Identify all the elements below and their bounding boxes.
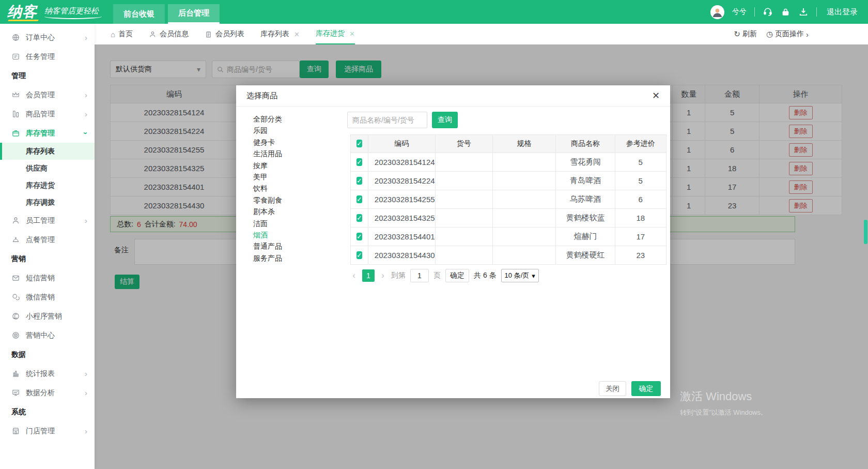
category-item[interactable]: 美甲: [253, 171, 282, 183]
pagination: ‹ 1 › 到第 页 确定 共 6 条 10 条/页 ▾: [350, 269, 539, 282]
refresh-icon: ↻: [734, 29, 740, 39]
nav-backend-admin[interactable]: 后台管理: [168, 4, 220, 24]
sidebar-item-ordering-mgmt[interactable]: 点餐管理: [0, 230, 95, 249]
tasks-icon: [11, 52, 21, 62]
page-tabbar: ⌂ 首页 会员信息 会员列表 库存列表 ✕ 库存进货 ✕ ↻ 刷新 ◷ 页面操作…: [95, 24, 868, 44]
tab-member-info[interactable]: 会员信息: [149, 24, 189, 44]
category-item[interactable]: 剧本杀: [253, 206, 282, 217]
close-tab-icon[interactable]: ✕: [294, 31, 300, 38]
row-checkbox[interactable]: ✓: [357, 233, 362, 240]
category-item[interactable]: 零食副食: [253, 194, 282, 206]
sidebar-item-statistics-report[interactable]: 统计报表 ›: [0, 364, 95, 383]
sidebar-item-data-analysis[interactable]: 数据分析 ›: [0, 383, 95, 402]
store-icon: [11, 427, 21, 436]
category-list: 全部分类 乐园 健身卡 生活用品 按摩 美甲 饮料 零食副食 剧本杀 洁面 烟酒…: [253, 113, 282, 264]
sidebar-item-sms-marketing[interactable]: 短信营销: [0, 268, 95, 288]
sidebar-section-data: 数据: [0, 345, 95, 364]
select-product-modal: 选择商品 ✕ 全部分类 乐园 健身卡 生活用品 按摩 美甲 饮料 零食副食 剧本…: [236, 85, 670, 398]
tab-home[interactable]: ⌂ 首页: [111, 24, 133, 44]
sidebar-item-task-mgmt[interactable]: 任务管理: [0, 47, 95, 66]
caret-down-icon: ▾: [532, 272, 535, 280]
sidebar-item-inventory-purchase[interactable]: 库存进货: [0, 177, 95, 194]
sidebar-section-system: 系统: [0, 402, 95, 421]
row-checkbox[interactable]: ✓: [357, 214, 362, 222]
chevron-right-icon: ›: [85, 369, 87, 378]
tab-member-list[interactable]: 会员列表: [205, 24, 244, 44]
close-tab-icon[interactable]: ✕: [349, 30, 355, 38]
modal-title: 选择商品: [246, 91, 277, 101]
category-item[interactable]: 全部分类: [253, 113, 282, 125]
sidebar-item-store-mgmt[interactable]: 门店管理 ›: [0, 421, 95, 441]
col-code: 编码: [368, 135, 435, 153]
category-item[interactable]: 普通产品: [253, 240, 282, 252]
page-ops-icon: ◷: [766, 29, 773, 39]
goto-page-input[interactable]: [410, 269, 429, 282]
user-avatar[interactable]: [710, 5, 724, 19]
refresh-button[interactable]: ↻ 刷新: [734, 29, 757, 39]
customer-service-icon[interactable]: [763, 7, 773, 17]
user-name[interactable]: 兮兮: [732, 7, 747, 17]
logout-button[interactable]: 退出登录: [827, 7, 858, 17]
chevron-right-icon: ›: [85, 388, 87, 397]
sidebar-item-inventory-list[interactable]: 库存列表: [0, 143, 95, 160]
row-checkbox[interactable]: ✓: [357, 251, 362, 259]
nav-front-cashier[interactable]: 前台收银: [113, 4, 165, 24]
sidebar-item-order-center[interactable]: 订单中心 ›: [0, 28, 95, 47]
goto-confirm-button[interactable]: 确定: [445, 269, 469, 282]
modal-ok-button[interactable]: 确定: [631, 381, 661, 396]
sidebar-item-inventory-mgmt[interactable]: 库存管理 ›: [0, 124, 95, 143]
select-all-checkbox[interactable]: ✓: [357, 140, 362, 147]
modal-query-button[interactable]: 查询: [432, 112, 458, 128]
tab-inventory-purchase[interactable]: 库存进货 ✕: [316, 24, 355, 44]
chevron-right-icon: ›: [85, 110, 87, 118]
chevron-right-icon: ›: [85, 33, 87, 42]
close-icon[interactable]: ✕: [652, 91, 660, 100]
sidebar-item-wechat-marketing[interactable]: 微信营销: [0, 288, 95, 307]
analysis-icon: [11, 388, 21, 398]
modal-search-input[interactable]: [352, 116, 422, 124]
vertical-scrollbar-thumb[interactable]: [864, 220, 867, 244]
miniprogram-icon: [11, 312, 21, 321]
row-checkbox[interactable]: ✓: [357, 177, 362, 185]
topbar: 纳客 纳客管店更轻松 前台收银 后台管理 兮兮 退出登录: [0, 0, 868, 24]
sidebar-item-staff-mgmt[interactable]: 员工管理 ›: [0, 211, 95, 230]
chevron-down-icon: ›: [82, 132, 90, 134]
next-page-icon[interactable]: ›: [379, 270, 386, 281]
modal-close-button[interactable]: 关闭: [599, 381, 626, 396]
row-checkbox[interactable]: ✓: [357, 158, 362, 166]
category-item[interactable]: 生活用品: [253, 148, 282, 159]
total-count-text: 共 6 条: [474, 271, 497, 280]
sidebar-item-marketing-center[interactable]: 营销中心: [0, 326, 95, 345]
category-item-active[interactable]: 烟酒: [253, 229, 282, 240]
mail-icon: [11, 274, 21, 283]
per-page-select[interactable]: 10 条/页 ▾: [501, 269, 539, 282]
row-checkbox[interactable]: ✓: [357, 195, 362, 203]
sidebar-item-inventory-transfer[interactable]: 库存调拨: [0, 194, 95, 211]
category-item[interactable]: 按摩: [253, 160, 282, 171]
table-header-row: ✓ 编码 货号 规格 商品名称 参考进价: [351, 135, 667, 153]
prev-page-icon[interactable]: ‹: [350, 270, 358, 281]
globe-icon: [11, 33, 21, 42]
modal-product-table: ✓ 编码 货号 规格 商品名称 参考进价 ✓ 20230328154124 雪花…: [350, 134, 667, 265]
category-item[interactable]: 健身卡: [253, 137, 282, 148]
chevron-right-icon: ›: [85, 90, 87, 99]
home-icon: ⌂: [111, 30, 115, 39]
category-item[interactable]: 饮料: [253, 183, 282, 194]
modal-search-box: [347, 112, 427, 128]
page-ops-button[interactable]: ◷ 页面操作 ›: [766, 29, 809, 39]
current-page-button[interactable]: 1: [362, 269, 375, 282]
lock-icon[interactable]: [781, 7, 791, 17]
category-item[interactable]: 乐园: [253, 125, 282, 136]
table-row: ✓ 20230328154124 雪花勇闯 5: [351, 153, 667, 172]
chevron-right-icon: ›: [806, 30, 809, 39]
category-item[interactable]: 服务产品: [253, 252, 282, 264]
sidebar-item-miniprogram-marketing[interactable]: 小程序营销: [0, 307, 95, 326]
target-icon: [11, 331, 21, 340]
tab-inventory-list[interactable]: 库存列表 ✕: [260, 24, 300, 44]
sidebar-item-supplier[interactable]: 供应商: [0, 160, 95, 177]
download-icon[interactable]: [798, 7, 809, 17]
category-item[interactable]: 洁面: [253, 218, 282, 229]
sidebar-item-member-mgmt[interactable]: 会员管理 ›: [0, 85, 95, 104]
sidebar-item-product-mgmt[interactable]: 商品管理 ›: [0, 104, 95, 124]
chevron-right-icon: ›: [85, 216, 87, 225]
